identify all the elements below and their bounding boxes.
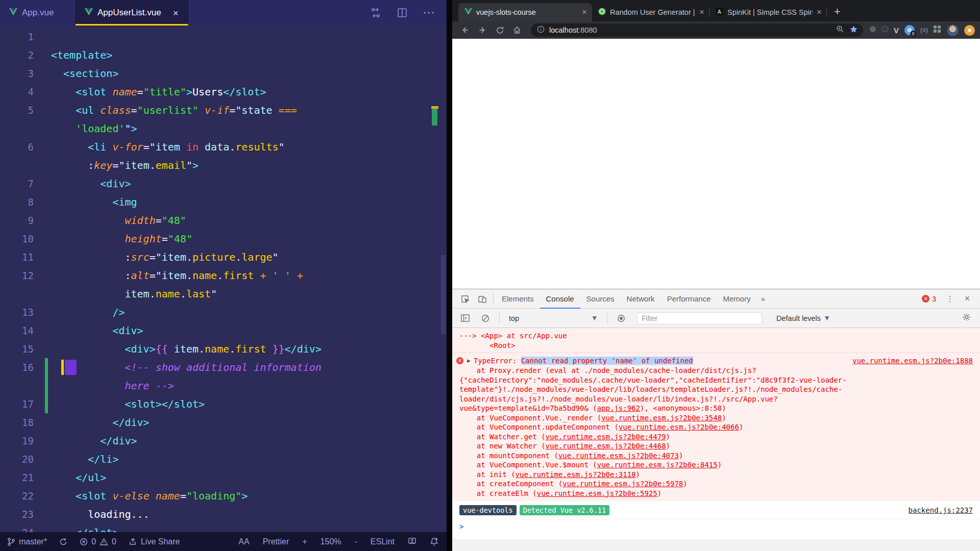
code-line[interactable]: 4 <slot name="title">Users</slot>: [0, 83, 447, 101]
source-link[interactable]: vue.runtime.esm.js?2b0e:5978: [562, 480, 683, 488]
profile-avatar[interactable]: [946, 24, 959, 37]
code-line[interactable]: 24 </slot>: [0, 523, 447, 532]
back-icon[interactable]: [457, 23, 473, 37]
code-line[interactable]: 15 <div>{{ item.name.first }}</div>: [0, 340, 447, 358]
extension-dim-icon[interactable]: [869, 26, 876, 35]
site-info-icon[interactable]: [537, 26, 545, 35]
code-line[interactable]: 22 <slot v-else name="loading">: [0, 487, 447, 505]
zoom-out-button[interactable]: -: [355, 537, 357, 546]
git-branch-indicator[interactable]: master*: [7, 537, 47, 546]
home-icon[interactable]: [509, 23, 525, 37]
browser-tab-spinkit[interactable]: A SpinKit | Simple CSS Spinners ×: [709, 3, 827, 21]
live-expression-eye-icon[interactable]: [612, 309, 630, 328]
code-line[interactable]: 17 <slot></slot>: [0, 395, 447, 413]
prettier-status[interactable]: Prettier: [263, 537, 289, 546]
code-line[interactable]: here -->: [0, 377, 447, 395]
console-error-entry[interactable]: × ▶ TypeError: Cannot read property 'nam…: [452, 353, 980, 501]
console-prompt[interactable]: >: [452, 519, 980, 534]
source-link[interactable]: app.js:962: [597, 404, 640, 412]
editor-scrollbar[interactable]: [441, 255, 446, 334]
update-indicator-icon[interactable]: [964, 25, 975, 36]
backend-source-link[interactable]: backend.js:2237: [909, 506, 973, 514]
forward-icon[interactable]: [475, 23, 490, 37]
devtools-tab-network[interactable]: Network: [621, 289, 661, 309]
expand-triangle-icon[interactable]: ▶: [467, 356, 471, 366]
code-line[interactable]: 20 </li>: [0, 450, 447, 468]
source-link[interactable]: vue.runtime.esm.js?2b0e:4468: [546, 442, 666, 450]
error-source-link[interactable]: vue.runtime.esm.js?2b0e:1888: [842, 356, 973, 366]
screencast-mode-button[interactable]: AA: [238, 537, 249, 546]
code-line[interactable]: 21 </ul>: [0, 468, 447, 487]
vue-devtools-extension-icon[interactable]: V: [894, 26, 899, 35]
code-line[interactable]: item.name.last": [0, 285, 447, 303]
code-line[interactable]: 'loaded'">: [0, 119, 447, 138]
devtools-tab-memory[interactable]: Memory: [717, 289, 757, 309]
code-line[interactable]: 23 loading...: [0, 505, 447, 523]
extension-grid-icon[interactable]: [933, 25, 941, 35]
sync-changes-button[interactable]: [59, 538, 67, 546]
devtools-menu-icon[interactable]: ⋮: [941, 290, 959, 308]
close-tab-icon[interactable]: ×: [173, 8, 179, 18]
code-line[interactable]: 10 height="48": [0, 230, 447, 248]
source-link[interactable]: vue.runtime.esm.js?2b0e:4479: [546, 433, 666, 441]
inspect-element-icon[interactable]: [456, 290, 474, 308]
more-actions-icon[interactable]: [423, 11, 434, 15]
clear-console-icon[interactable]: [477, 309, 494, 328]
editor-tab-appuserlist-vue[interactable]: AppUserList.vue ×: [76, 0, 188, 26]
live-share-button[interactable]: Live Share: [129, 537, 180, 546]
code-line[interactable]: 11 :src="item.picture.large": [0, 248, 447, 266]
extension-paren-icon[interactable]: (≡): [920, 27, 928, 34]
code-line[interactable]: 1: [0, 28, 447, 46]
source-link[interactable]: vue.runtime.esm.js?2b0e:3548: [601, 414, 722, 422]
device-toolbar-icon[interactable]: [474, 290, 491, 308]
console-sidebar-icon[interactable]: [456, 309, 474, 328]
close-tab-icon[interactable]: ×: [582, 7, 587, 17]
problems-indicator[interactable]: 0 0: [80, 537, 116, 546]
notifications-bell-icon[interactable]: [430, 537, 438, 546]
code-line[interactable]: 9 width="48": [0, 211, 447, 230]
code-line[interactable]: 3 <section>: [0, 64, 447, 83]
code-line[interactable]: 8 <img: [0, 193, 447, 211]
feedback-icon[interactable]: [408, 537, 416, 546]
source-link[interactable]: vue.runtime.esm.js?2b0e:3118: [516, 470, 636, 479]
extension-info-icon[interactable]: [881, 26, 889, 35]
source-link[interactable]: vue.runtime.esm.js?2b0e:5925: [537, 489, 657, 497]
new-tab-button[interactable]: +: [827, 5, 848, 21]
source-link[interactable]: vue.runtime.esm.js?2b0e:8415: [597, 461, 718, 469]
code-line[interactable]: 16 <!-- show additional information: [0, 358, 447, 377]
console-filter-input[interactable]: [637, 312, 762, 324]
devtools-tab-sources[interactable]: Sources: [580, 289, 621, 309]
close-tab-icon[interactable]: ×: [699, 7, 704, 17]
context-selector[interactable]: top▼: [505, 314, 602, 322]
bookmark-star-icon[interactable]: [849, 25, 858, 36]
console-output[interactable]: ---> <App> at src/App.vue <Root> × ▶ Typ…: [452, 328, 980, 551]
log-levels-selector[interactable]: Default levels▼: [776, 314, 829, 322]
address-bar[interactable]: localhost:8080: [531, 23, 863, 37]
reload-icon[interactable]: [492, 23, 507, 37]
eslint-status[interactable]: ESLint: [371, 537, 395, 546]
page-viewport[interactable]: [452, 39, 980, 289]
extension-badge-icon[interactable]: 0: [904, 24, 915, 36]
code-line[interactable]: 13 />: [0, 303, 447, 321]
console-error-badge[interactable]: × 3: [922, 295, 941, 303]
zoom-in-button[interactable]: +: [302, 537, 307, 546]
code-line[interactable]: 5 <ul class="userlist" v-if="state ===: [0, 101, 447, 119]
code-editor[interactable]: 12<template>3 <section>4 <slot name="tit…: [0, 26, 447, 532]
code-line[interactable]: 19 </div>: [0, 432, 447, 450]
devtools-tab-performance[interactable]: Performance: [661, 289, 717, 309]
source-link[interactable]: vue.runtime.esm.js?2b0e:4073: [558, 452, 679, 460]
zoom-page-icon[interactable]: [836, 25, 844, 35]
code-line[interactable]: 18 </div>: [0, 413, 447, 432]
browser-tab-random-user-generator[interactable]: Random User Generator | Hom ×: [592, 3, 709, 21]
code-line[interactable]: :key="item.email">: [0, 156, 447, 174]
devtools-tab-console[interactable]: Console: [540, 289, 580, 309]
code-line[interactable]: 12 :alt="item.name.first + ' ' +: [0, 266, 447, 285]
close-tab-icon[interactable]: ×: [817, 7, 822, 17]
split-editor-icon[interactable]: [397, 7, 408, 18]
code-line[interactable]: 2<template>: [0, 46, 447, 64]
source-link[interactable]: vue.runtime.esm.js?2b0e:4066: [619, 423, 739, 431]
more-tabs-icon[interactable]: »: [757, 294, 769, 303]
console-settings-gear-icon[interactable]: [962, 313, 971, 323]
code-line[interactable]: 14 <div>: [0, 321, 447, 340]
devtools-close-icon[interactable]: ×: [959, 290, 976, 308]
